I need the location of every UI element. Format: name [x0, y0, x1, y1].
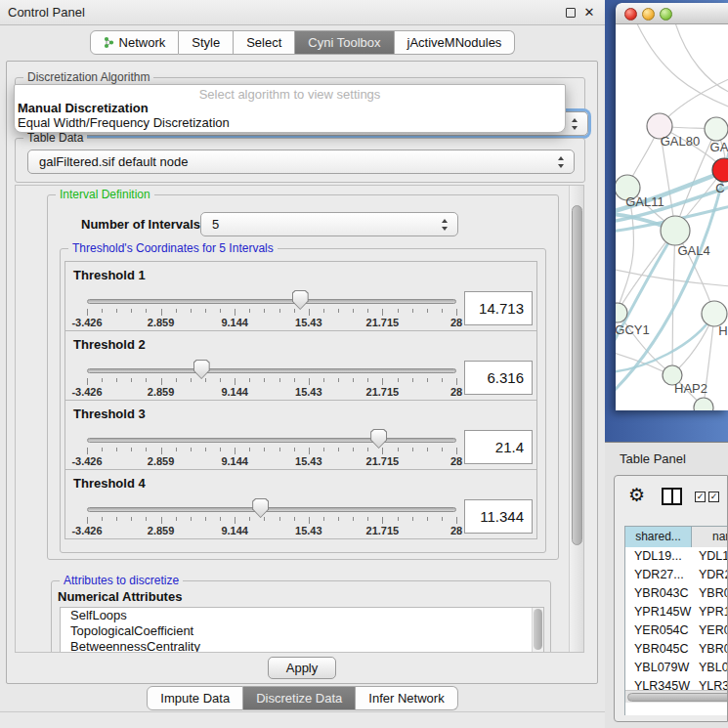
cell-shared-name[interactable]: YDR27...	[625, 566, 692, 584]
tab-cyni-toolbox[interactable]: Cyni Toolbox	[295, 30, 394, 55]
threshold-value-input[interactable]: 14.713	[464, 291, 533, 325]
gear-icon[interactable]: ⚙	[628, 485, 645, 506]
tab-select-label: Select	[246, 31, 281, 54]
apply-button[interactable]: Apply	[268, 657, 336, 679]
threshold-slider[interactable]: -3.4262.8599.14415.4321.71528	[87, 331, 456, 402]
cell-shared-name[interactable]: YLR345W	[625, 677, 692, 690]
tab-network-label: Network	[119, 31, 166, 54]
tab-cyni-toolbox-label: Cyni Toolbox	[308, 31, 380, 54]
column-header-shared-name[interactable]: shared...	[625, 527, 692, 547]
cell-shared-name[interactable]: YBR045C	[625, 640, 692, 659]
attributes-group-label: Attributes to discretize	[60, 574, 183, 587]
node-attribute-table: shared... name YDL19...YDL1YDR27...YDR2Y…	[624, 526, 728, 715]
network-icon	[104, 36, 114, 49]
slider-thumb[interactable]	[370, 429, 387, 449]
threshold-slider[interactable]: -3.4262.8599.14415.4321.71528	[87, 262, 456, 332]
slider-track[interactable]	[87, 299, 456, 304]
tab-jactivemnodules-label: jActiveMNodules	[407, 31, 502, 54]
network-edge[interactable]	[635, 24, 728, 107]
table-row[interactable]: YBR043CYBR0	[625, 584, 728, 603]
cell-name[interactable]: YBL0	[692, 659, 728, 677]
threshold-value-input[interactable]: 6.316	[464, 361, 533, 395]
cell-name[interactable]: YPR1	[692, 603, 728, 621]
table-row[interactable]: YBL079WYBL0	[625, 659, 728, 677]
dropdown-option-equal-width-frequency[interactable]: Equal Width/Frequency Discretization	[15, 115, 565, 130]
close-window-icon[interactable]	[624, 8, 637, 21]
cell-shared-name[interactable]: YER054C	[625, 621, 692, 640]
network-canvas[interactable]: GAL80GACGAL11GAL4GCY1HHAP2	[616, 24, 728, 410]
settings-vertical-scrollbar[interactable]	[569, 186, 583, 652]
minimize-window-icon[interactable]	[642, 8, 655, 21]
tab-discretize-data[interactable]: Discretize Data	[243, 686, 356, 710]
table-scrollbar-thumb[interactable]	[627, 693, 728, 702]
table-data-select[interactable]: galFiltered.sif default node	[27, 150, 575, 174]
tab-select[interactable]: Select	[234, 30, 295, 55]
float-panel-icon[interactable]	[566, 8, 576, 18]
threshold-slider[interactable]: -3.4262.8599.14415.4321.71528	[87, 470, 456, 540]
panel-title: Control Panel	[8, 0, 85, 25]
tab-infer-network[interactable]: Infer Network	[356, 686, 457, 710]
slider-track[interactable]	[87, 368, 456, 373]
attributes-scrollbar-thumb[interactable]	[534, 609, 542, 650]
checkbox-icon[interactable]: ✓	[708, 492, 719, 502]
slider-tick-labels: -3.4262.8599.14415.4321.71528	[87, 455, 456, 468]
attribute-list-item[interactable]: TopologicalCoefficient	[61, 623, 543, 639]
cell-name[interactable]: YDL1	[692, 547, 728, 566]
cell-name[interactable]: YER0	[692, 621, 728, 640]
cell-shared-name[interactable]: YBL079W	[625, 659, 692, 677]
slider-thumb[interactable]	[292, 290, 309, 310]
table-row[interactable]: YPR145WYPR1	[625, 603, 728, 621]
tab-jactivemnodules[interactable]: jActiveMNodules	[395, 30, 516, 55]
tab-infer-network-label: Infer Network	[368, 687, 444, 709]
cell-shared-name[interactable]: YDL19...	[625, 547, 692, 566]
number-of-intervals-select[interactable]: 5	[200, 212, 458, 236]
network-node-label: H	[718, 323, 727, 338]
table-row[interactable]: YDL19...YDL1	[625, 547, 728, 566]
threshold-slider[interactable]: -3.4262.8599.14415.4321.71528	[87, 401, 456, 471]
network-window-titlebar[interactable]	[616, 3, 728, 24]
interval-definition-group-label: Interval Definition	[56, 188, 154, 201]
column-header-name[interactable]: name	[692, 527, 728, 547]
threshold-value-input[interactable]: 21.4	[464, 430, 533, 464]
slider-track[interactable]	[87, 438, 456, 443]
tab-network[interactable]: Network	[90, 30, 180, 55]
table-horizontal-scrollbar[interactable]	[625, 690, 728, 703]
table-panel-title: Table Panel	[620, 451, 686, 466]
checkbox-icon[interactable]: ✓	[695, 492, 706, 502]
slider-thumb[interactable]	[193, 360, 210, 379]
discretization-algorithm-group-label: Discretization Algorithm	[23, 70, 153, 84]
cell-name[interactable]: YBR0	[692, 640, 728, 659]
table-row[interactable]: YER054CYER0	[625, 621, 728, 640]
attribute-list-item[interactable]: SelfLoops	[61, 608, 543, 623]
settings-scrollbar-thumb[interactable]	[572, 205, 582, 545]
cell-shared-name[interactable]: YPR145W	[625, 603, 692, 621]
dropdown-option-manual-discretization[interactable]: Manual Discretization	[15, 101, 565, 115]
attributes-list-scrollbar[interactable]	[532, 608, 543, 653]
tab-style[interactable]: Style	[179, 30, 234, 55]
network-node[interactable]	[705, 117, 728, 141]
network-edge[interactable]	[616, 269, 728, 286]
slider-thumb[interactable]	[252, 498, 269, 518]
slider-tick-labels: -3.4262.8599.14415.4321.71528	[87, 525, 456, 537]
tab-impute-data[interactable]: Impute Data	[147, 686, 243, 710]
split-columns-icon[interactable]	[662, 488, 682, 505]
slider-track[interactable]	[87, 507, 456, 512]
cell-shared-name[interactable]: YBR043C	[625, 584, 692, 603]
network-edge[interactable]	[674, 24, 728, 93]
network-node[interactable]	[712, 158, 728, 182]
slider-ticks	[87, 309, 456, 317]
zoom-window-icon[interactable]	[660, 8, 672, 21]
attribute-list-item[interactable]: BetweennessCentrality	[61, 639, 543, 653]
network-node[interactable]	[661, 216, 690, 245]
algorithm-dropdown-popup: Select algorithm to view settings Manual…	[14, 84, 566, 133]
cell-name[interactable]: YLR3	[692, 677, 728, 690]
network-node-label: C	[715, 181, 724, 195]
table-row[interactable]: YDR27...YDR2	[625, 566, 728, 584]
table-row[interactable]: YBR045CYBR0	[625, 640, 728, 659]
threshold-value-input[interactable]: 11.344	[464, 499, 533, 534]
cell-name[interactable]: YDR2	[692, 566, 728, 584]
cell-name[interactable]: YBR0	[692, 584, 728, 603]
table-row[interactable]: YLR345WYLR3	[625, 677, 728, 690]
close-icon[interactable]: ✕	[581, 4, 597, 21]
interval-definition-group: Interval Definition Number of Intervals …	[47, 194, 559, 560]
